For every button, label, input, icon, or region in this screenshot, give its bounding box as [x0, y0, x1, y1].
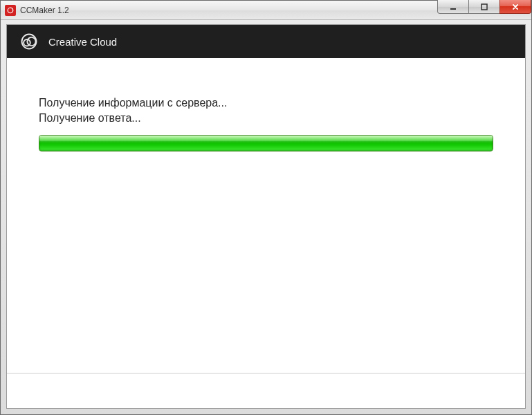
product-name: Creative Cloud [48, 36, 117, 48]
titlebar[interactable]: CCMaker 1.2 [1, 1, 531, 20]
window-controls [438, 0, 531, 14]
app-icon [5, 5, 16, 16]
status-line-1: Получение информации с сервера... [39, 95, 493, 111]
content-frame: Creative Cloud Получение информации с се… [6, 24, 526, 409]
footer-divider [7, 373, 525, 374]
maximize-button[interactable] [468, 0, 500, 14]
svg-point-5 [27, 37, 35, 46]
window-title: CCMaker 1.2 [20, 6, 69, 15]
status-line-2: Получение ответа... [39, 111, 493, 126]
close-button[interactable] [499, 0, 531, 14]
svg-rect-1 [450, 8, 456, 10]
app-window: CCMaker 1.2 Creative Cloud [0, 0, 532, 415]
minimize-button[interactable] [437, 0, 469, 14]
svg-rect-2 [481, 4, 487, 10]
main-area: Получение информации с сервера... Получе… [7, 58, 525, 151]
progress-bar [39, 135, 493, 151]
creative-cloud-logo-icon [19, 32, 39, 51]
product-header: Creative Cloud [7, 25, 525, 58]
